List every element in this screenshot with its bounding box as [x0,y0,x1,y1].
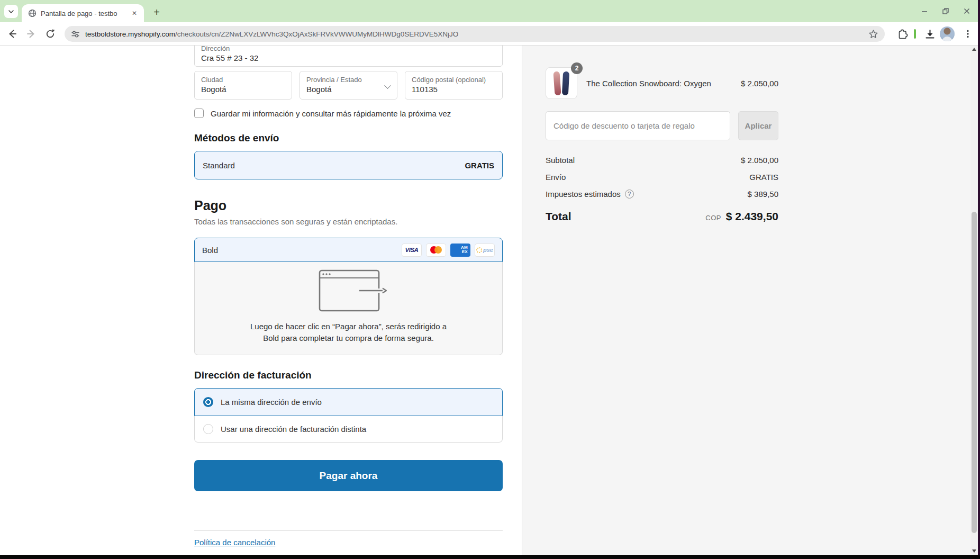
total-currency: COP [705,214,721,222]
download-icon[interactable] [923,27,937,41]
cart-item-row: 2 The Collection Snowboard: Oxygen $ 2.0… [546,67,778,99]
billing-option-same-label: La misma dirección de envío [221,398,322,407]
billing-options-group: La misma dirección de envío Usar una dir… [194,388,503,443]
close-window-icon[interactable] [961,5,973,17]
browser-tab[interactable]: Pantalla de pago - testbo ✕ [22,4,144,22]
quantity-badge: 2 [571,62,583,74]
discount-code-input[interactable] [546,111,730,140]
taxes-value: $ 389,50 [748,190,778,199]
city-input[interactable] [201,84,285,95]
minimize-icon[interactable] [919,5,930,17]
mastercard-icon [426,244,446,257]
redirect-text-line1: Luego de hacer clic en “Pagar ahora”, se… [250,321,447,332]
tab-close-icon[interactable]: ✕ [130,9,139,17]
scrollbar-down-arrow-icon[interactable] [970,547,978,555]
radio-selected-icon[interactable] [203,397,213,407]
menu-dots-icon[interactable] [961,27,975,41]
address-field[interactable]: Dirección [194,46,503,67]
shipping-label: Envío [546,173,566,182]
browser-toolbar: testboldstore.myshopify.com/checkouts/cn… [0,22,980,46]
province-label: Provincia / Estado [306,76,391,84]
subtotal-row: Subtotal $ 2.050,00 [546,151,778,168]
url-text: testboldstore.myshopify.com/checkouts/cn… [85,30,863,38]
payment-provider-option[interactable]: Bold VISA AMEX pse [194,238,503,262]
city-field[interactable]: Ciudad [194,71,292,100]
checkout-page: Dirección Ciudad Provincia / Estado Códi… [0,46,980,555]
payment-method-widget: Bold VISA AMEX pse [194,238,503,355]
globe-favicon-icon [28,9,37,17]
product-name: The Collection Snowboard: Oxygen [586,79,732,88]
payment-subtitle: Todas las transacciones son seguras y es… [194,217,503,226]
save-info-label: Guardar mi información y consultar más r… [211,109,451,118]
shipping-methods-heading: Métodos de envío [194,132,503,144]
pse-icon: pse [475,244,495,257]
page-scrollbar[interactable] [970,46,978,555]
reload-icon[interactable] [43,27,57,41]
extension-indicator [914,29,916,39]
tab-search-chevron-icon[interactable] [4,5,18,18]
save-info-row: Guardar mi información y consultar más r… [194,109,503,118]
discount-row: Aplicar [546,111,778,140]
subtotal-value: $ 2.050,00 [741,156,778,165]
radio-unselected-icon[interactable] [203,424,213,434]
shipping-method-name: Standard [203,161,235,170]
extensions-puzzle-icon[interactable] [895,27,909,41]
checkout-form-pane: Dirección Ciudad Provincia / Estado Códi… [0,46,522,555]
pay-now-button[interactable]: Pagar ahora [194,460,503,491]
shipping-method-price: GRATIS [465,161,494,170]
cancellation-policy-link[interactable]: Política de cancelación [194,538,275,547]
city-label: Ciudad [201,76,285,84]
window-controls [919,0,973,22]
payment-redirect-panel: Luego de hacer clic en “Pagar ahora”, se… [194,262,503,355]
scrollbar-thumb[interactable] [972,212,977,533]
totals-rows: Subtotal $ 2.050,00 Envío GRATIS Impuest… [546,151,778,202]
forward-icon[interactable] [24,27,38,41]
scrollbar-up-arrow-icon[interactable] [970,46,978,53]
order-summary-pane: 2 The Collection Snowboard: Oxygen $ 2.0… [522,46,980,555]
tab-title: Pantalla de pago - testbo [41,10,126,17]
billing-address-heading: Dirección de facturación [194,369,503,381]
save-info-checkbox[interactable] [194,109,204,118]
back-icon[interactable] [5,27,19,41]
card-brand-icons: VISA AMEX pse [402,244,495,257]
address-input[interactable] [201,53,496,64]
total-row: Total COP $ 2.439,50 [546,210,778,223]
billing-option-different-label: Usar una dirección de facturación distin… [221,425,366,434]
visa-icon: VISA [402,244,422,257]
amex-icon: AMEX [450,244,470,257]
taxes-label: Impuestos estimados [546,190,621,199]
province-value[interactable] [306,84,391,95]
postal-code-label: Código postal (opcional) [412,76,496,84]
footer-divider [194,530,503,531]
apply-discount-button[interactable]: Aplicar [738,111,778,140]
payment-provider-name: Bold [202,246,218,255]
url-path: /checkouts/cn/Z2NwLXVzLWVhc3QxOjAxSkFRVk… [175,30,458,38]
browser-redirect-illustration [306,267,391,318]
shipping-method-option[interactable]: Standard GRATIS [194,151,503,179]
url-bar[interactable]: testboldstore.myshopify.com/checkouts/cn… [65,26,885,42]
browser-tab-strip: Pantalla de pago - testbo ✕ + [0,0,980,22]
desktop-edge-right [978,0,980,559]
taxes-row: Impuestos estimados ? $ 389,50 [546,185,778,202]
total-label: Total [546,210,571,223]
redirect-text-line2: Bold para completar tu compra de forma s… [250,332,447,344]
new-tab-icon[interactable]: + [149,5,164,20]
billing-option-same[interactable]: La misma dirección de envío [194,388,503,416]
site-controls-icon[interactable] [71,30,80,39]
bookmark-star-icon[interactable] [868,29,878,39]
product-price: $ 2.050,00 [741,79,778,88]
total-value: $ 2.439,50 [726,210,778,223]
address-label: Dirección [201,46,496,53]
billing-option-different[interactable]: Usar una dirección de facturación distin… [194,416,503,443]
restore-icon[interactable] [940,5,951,17]
shipping-row: Envío GRATIS [546,168,778,185]
shipping-value: GRATIS [749,173,778,182]
profile-avatar[interactable] [940,26,955,41]
payment-heading: Pago [194,198,503,213]
postal-code-field[interactable]: Código postal (opcional) [405,71,503,100]
help-icon[interactable]: ? [625,190,634,199]
desktop-edge-bottom [0,555,980,559]
postal-code-input[interactable] [412,84,496,95]
province-select[interactable]: Provincia / Estado [300,71,397,100]
subtotal-label: Subtotal [546,156,575,165]
